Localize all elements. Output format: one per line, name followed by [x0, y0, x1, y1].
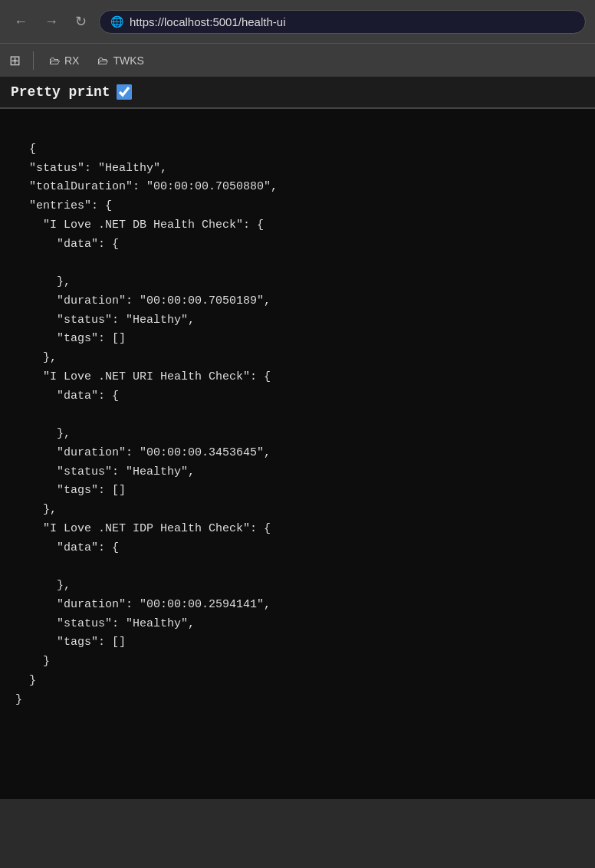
- browser-chrome: ← → ↻ 🌐 https://localhost:5001/health-ui…: [0, 0, 595, 77]
- json-text: { "status": "Healthy", "totalDuration": …: [15, 143, 278, 706]
- tab-rx-label: RX: [64, 54, 79, 67]
- pretty-print-label: Pretty print: [11, 84, 110, 100]
- reload-button[interactable]: ↻: [71, 10, 91, 33]
- nav-bar: ← → ↻ 🌐 https://localhost:5001/health-ui: [0, 0, 595, 43]
- back-button[interactable]: ←: [9, 11, 32, 33]
- folder-twks-icon: 🗁: [97, 54, 108, 67]
- forward-button[interactable]: →: [40, 11, 63, 33]
- tab-rx[interactable]: 🗁 RX: [43, 51, 85, 70]
- globe-icon: 🌐: [110, 15, 123, 28]
- tabs-bar: ⊞ 🗁 RX 🗁 TWKS: [0, 43, 595, 77]
- folder-rx-icon: 🗁: [49, 54, 60, 67]
- grid-icon: ⊞: [9, 52, 21, 69]
- pretty-print-bar: Pretty print: [0, 77, 595, 109]
- pretty-print-checkbox[interactable]: [117, 84, 132, 100]
- tab-twks[interactable]: 🗁 TWKS: [91, 51, 150, 70]
- url-text: https://localhost:5001/health-ui: [130, 15, 285, 28]
- json-content-area: { "status": "Healthy", "totalDuration": …: [0, 109, 595, 799]
- tab-twks-label: TWKS: [113, 54, 143, 67]
- address-bar[interactable]: 🌐 https://localhost:5001/health-ui: [99, 10, 586, 34]
- divider: [33, 51, 34, 70]
